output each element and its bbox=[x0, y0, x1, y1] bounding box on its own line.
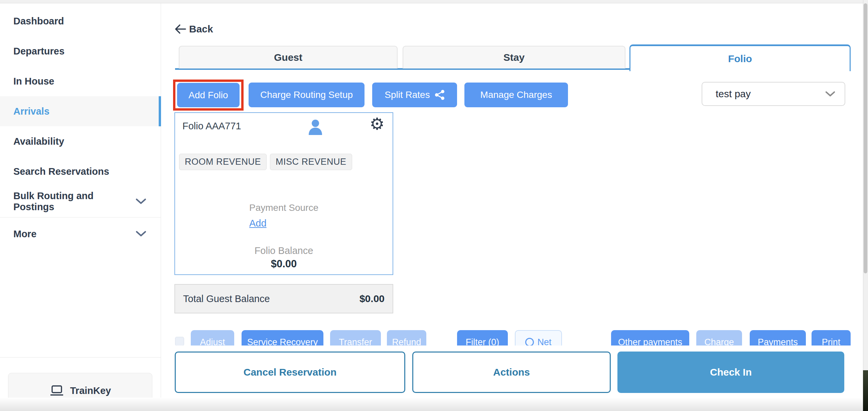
add-folio-button[interactable]: Add Folio bbox=[177, 83, 240, 107]
service-recovery-button[interactable]: Service Recovery bbox=[242, 330, 323, 346]
folio-balance-value: $0.00 bbox=[175, 258, 393, 270]
refund-button[interactable]: Refund bbox=[387, 330, 426, 346]
other-payments-button[interactable]: Other payments bbox=[611, 330, 689, 346]
sidebar-footer-divider bbox=[0, 357, 161, 357]
button-label: Check In bbox=[710, 367, 752, 378]
bottom-gradient-band bbox=[0, 398, 868, 411]
sidebar-item-label: Search Reservations bbox=[13, 166, 109, 177]
button-label: Charge bbox=[704, 337, 734, 346]
button-label: Other payments bbox=[618, 337, 682, 346]
button-label: Split Rates bbox=[384, 90, 430, 100]
select-all-checkbox[interactable] bbox=[175, 337, 184, 346]
folio-card: Folio AAA771 ⚙ ROOM REVENUE MISC REVENUE… bbox=[175, 112, 393, 275]
chevron-down-icon bbox=[136, 198, 146, 204]
check-in-button[interactable]: Check In bbox=[617, 351, 844, 393]
adjust-button[interactable]: Adjust bbox=[191, 330, 234, 346]
revenue-badge: ROOM REVENUE bbox=[179, 154, 267, 170]
sidebar-item-bulk-routing[interactable]: Bulk Routing and Postings bbox=[0, 186, 161, 217]
button-label: Filter (0) bbox=[466, 337, 499, 346]
manage-charges-button[interactable]: Manage Charges bbox=[464, 83, 568, 107]
sidebar-item-search-reservations[interactable]: Search Reservations bbox=[0, 156, 161, 186]
chevron-down-icon bbox=[825, 91, 835, 97]
gear-icon[interactable]: ⚙ bbox=[370, 116, 384, 132]
sidebar-item-label: Availability bbox=[13, 136, 64, 147]
net-toggle-button[interactable]: Net bbox=[515, 330, 562, 346]
sidebar-item-label: Departures bbox=[13, 46, 64, 57]
tab-label: Guest bbox=[274, 52, 302, 63]
folio-balance-label: Folio Balance bbox=[175, 245, 393, 256]
chevron-down-icon bbox=[136, 231, 146, 237]
total-guest-balance-value: $0.00 bbox=[360, 293, 384, 305]
payment-source-label: Payment Source bbox=[249, 202, 318, 213]
payment-method-value: test pay bbox=[716, 88, 751, 100]
folio-title: Folio AAA771 bbox=[182, 121, 241, 132]
tab-label: Stay bbox=[503, 52, 525, 63]
net-circle-icon bbox=[525, 338, 534, 346]
button-label: Add Folio bbox=[188, 90, 228, 101]
add-payment-source-link[interactable]: Add bbox=[249, 218, 267, 229]
sidebar-item-in-house[interactable]: In House bbox=[0, 66, 161, 96]
sidebar-item-label: Dashboard bbox=[13, 16, 64, 27]
sidebar-item-more[interactable]: More bbox=[0, 219, 161, 249]
button-label: Adjust bbox=[200, 337, 225, 346]
print-button[interactable]: Print bbox=[811, 330, 850, 346]
back-button[interactable]: Back bbox=[175, 23, 213, 35]
sidebar-item-label: In House bbox=[13, 76, 54, 87]
add-folio-highlight-box: Add Folio bbox=[173, 80, 244, 110]
total-guest-balance-row: Total Guest Balance $0.00 bbox=[175, 284, 393, 313]
button-label: Net bbox=[537, 337, 551, 346]
folio-action-row: Adjust Service Recovery Transfer Refund … bbox=[170, 329, 859, 346]
actions-button[interactable]: Actions bbox=[412, 351, 611, 393]
tab-guest[interactable]: Guest bbox=[179, 46, 398, 68]
payment-source-block: Payment Source Add bbox=[175, 202, 393, 229]
cancel-reservation-button[interactable]: Cancel Reservation bbox=[175, 351, 405, 393]
button-label: Manage Charges bbox=[480, 90, 552, 100]
tab-folio[interactable]: Folio bbox=[629, 44, 850, 71]
folio-card-header: Folio AAA771 ⚙ bbox=[175, 113, 393, 139]
payment-method-dropdown[interactable]: test pay bbox=[702, 82, 845, 106]
trainkey-label: TrainKey bbox=[70, 385, 111, 396]
payments-button[interactable]: Payments bbox=[750, 330, 806, 346]
sidebar-item-label: More bbox=[13, 228, 36, 240]
guest-person-icon[interactable] bbox=[308, 119, 323, 135]
total-guest-balance-label: Total Guest Balance bbox=[183, 293, 270, 305]
filter-button[interactable]: Filter (0) bbox=[457, 330, 508, 346]
button-label: Refund bbox=[392, 337, 421, 346]
charge-routing-setup-button[interactable]: Charge Routing Setup bbox=[249, 83, 365, 107]
button-label: Payments bbox=[758, 337, 798, 346]
button-label: Charge Routing Setup bbox=[260, 90, 353, 100]
split-rates-button[interactable]: Split Rates bbox=[372, 83, 457, 107]
scrollbar-thumb[interactable] bbox=[864, 3, 867, 273]
button-label: Service Recovery bbox=[247, 337, 318, 346]
sidebar-item-label: Arrivals bbox=[13, 106, 50, 117]
sidebar-item-availability[interactable]: Availability bbox=[0, 126, 161, 156]
sidebar-item-arrivals[interactable]: Arrivals bbox=[0, 96, 161, 126]
button-label: Transfer bbox=[339, 337, 372, 346]
button-label: Cancel Reservation bbox=[244, 367, 336, 378]
laptop-icon bbox=[50, 385, 64, 396]
charge-button[interactable]: Charge bbox=[696, 330, 742, 346]
sidebar-item-departures[interactable]: Departures bbox=[0, 36, 161, 66]
sidebar-divider bbox=[0, 217, 161, 218]
sidebar-item-label: Bulk Routing and Postings bbox=[13, 190, 136, 213]
revenue-badge: MISC REVENUE bbox=[270, 154, 352, 170]
tab-stay[interactable]: Stay bbox=[403, 46, 625, 68]
button-label: Actions bbox=[493, 367, 530, 378]
browser-top-strip bbox=[0, 0, 868, 3]
button-label: Print bbox=[822, 337, 841, 346]
sidebar: Dashboard Departures In House Arrivals A… bbox=[0, 3, 161, 411]
back-arrow-icon bbox=[175, 24, 186, 34]
share-icon bbox=[435, 90, 445, 100]
back-label: Back bbox=[189, 23, 213, 35]
tab-label: Folio bbox=[728, 53, 752, 64]
desktop-edge-corner bbox=[863, 370, 868, 411]
transfer-button[interactable]: Transfer bbox=[330, 330, 381, 346]
revenue-badges: ROOM REVENUE MISC REVENUE bbox=[179, 154, 352, 170]
sidebar-item-dashboard[interactable]: Dashboard bbox=[0, 6, 161, 36]
